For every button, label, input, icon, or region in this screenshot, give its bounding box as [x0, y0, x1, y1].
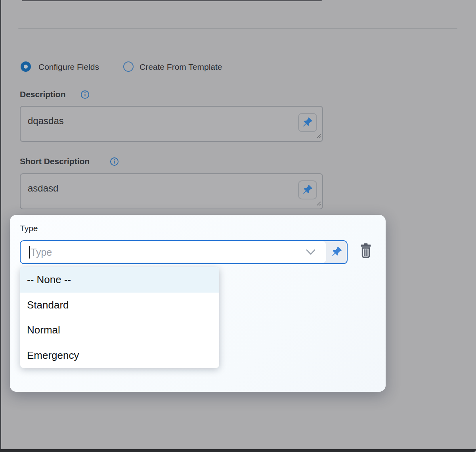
type-input[interactable]: Type	[21, 241, 326, 263]
radio-configure-fields[interactable]	[21, 61, 31, 72]
info-icon[interactable]	[110, 157, 119, 166]
spotlight-card: Type Type	[10, 215, 386, 392]
window-bottom-frame	[0, 449, 476, 452]
description-value: dqasdas	[28, 115, 64, 126]
trash-icon	[359, 242, 373, 259]
partial-field-bottom-border	[22, 0, 322, 1]
section-divider	[18, 28, 457, 29]
resize-handle-icon[interactable]	[316, 200, 321, 207]
resize-handle-icon[interactable]	[316, 133, 321, 140]
chevron-down-icon[interactable]	[306, 249, 316, 256]
type-dropdown: -- None -- Standard Normal Emergency	[20, 267, 219, 368]
dropdown-option-normal[interactable]: Normal	[20, 318, 219, 343]
dropdown-option-emergency[interactable]: Emergency	[20, 343, 219, 368]
window-left-frame	[0, 0, 1, 452]
type-placeholder: Type	[31, 247, 52, 258]
type-pin-button[interactable]	[326, 241, 347, 263]
dropdown-option-standard[interactable]: Standard	[20, 293, 219, 318]
short-description-value: asdasd	[28, 183, 58, 194]
pushpin-icon	[331, 246, 342, 258]
type-label: Type	[20, 224, 38, 233]
short-description-label: Short Description	[20, 157, 90, 166]
description-label: Description	[20, 90, 66, 99]
short-description-pin-button[interactable]	[298, 180, 317, 199]
radio-create-from-template[interactable]	[123, 61, 134, 72]
delete-field-button[interactable]	[358, 241, 374, 260]
radio-create-from-template-label: Create From Template	[140, 62, 222, 72]
info-icon[interactable]	[80, 90, 90, 99]
text-caret	[29, 246, 30, 259]
description-textarea[interactable]: dqasdas	[20, 106, 323, 142]
dropdown-option-none[interactable]: -- None --	[20, 267, 219, 293]
type-combobox[interactable]: Type	[20, 240, 348, 264]
pushpin-icon	[302, 117, 313, 128]
pushpin-icon	[302, 184, 313, 196]
short-description-textarea[interactable]: asdasd	[20, 173, 323, 209]
radio-configure-fields-label: Configure Fields	[38, 62, 99, 72]
description-pin-button[interactable]	[298, 113, 317, 132]
